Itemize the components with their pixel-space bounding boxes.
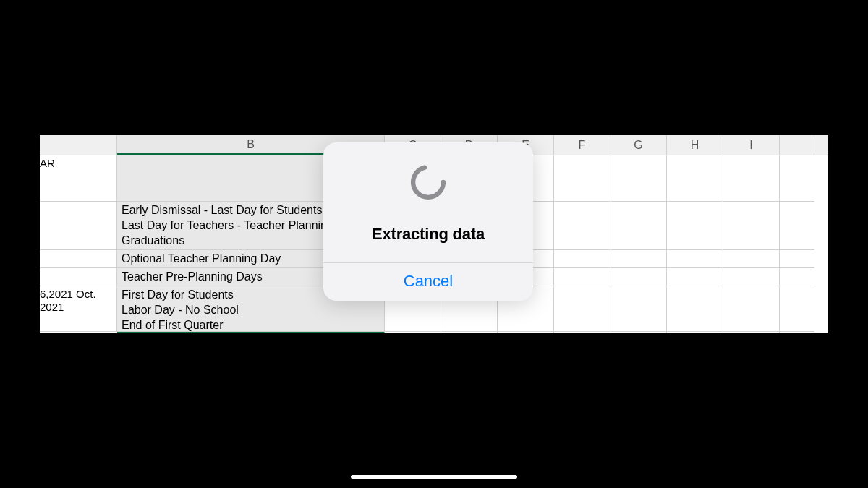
cell[interactable] <box>610 202 666 250</box>
col-header-F[interactable]: F <box>554 135 610 155</box>
cell[interactable] <box>610 250 666 268</box>
cell[interactable] <box>723 155 779 202</box>
cell[interactable] <box>554 202 610 250</box>
col-header-H[interactable]: H <box>667 135 723 155</box>
cell[interactable] <box>667 155 723 202</box>
cell[interactable] <box>554 250 610 268</box>
dialog-footer: Cancel <box>323 262 533 301</box>
col-F-cells <box>554 155 610 333</box>
row-header-cell[interactable] <box>40 268 117 286</box>
row-header-cell[interactable] <box>40 250 117 268</box>
cell[interactable] <box>780 268 814 286</box>
home-indicator[interactable] <box>351 475 517 479</box>
cell[interactable] <box>723 268 779 286</box>
cell-line: End of First Quarter <box>122 318 380 332</box>
cell[interactable] <box>554 268 610 286</box>
cell[interactable] <box>780 286 814 332</box>
col-header-I[interactable]: I <box>723 135 780 155</box>
col-G-cells <box>610 155 667 333</box>
cell[interactable] <box>723 250 779 268</box>
extracting-dialog: Extracting data Cancel <box>323 142 533 301</box>
dialog-title: Extracting data <box>372 225 485 244</box>
row-header-cell[interactable]: AR <box>40 155 117 202</box>
col-header-J[interactable] <box>780 135 814 155</box>
col-I-cells <box>723 155 780 333</box>
cell[interactable] <box>667 250 723 268</box>
col-J-cells <box>780 155 814 333</box>
cell[interactable] <box>780 250 814 268</box>
cell[interactable] <box>554 286 610 332</box>
cell[interactable] <box>667 286 723 332</box>
dialog-body: Extracting data <box>323 142 533 262</box>
row-header-cell[interactable]: 6,2021 Oct. 2021 <box>40 286 117 332</box>
cell[interactable] <box>610 268 666 286</box>
spinner-icon <box>407 161 449 203</box>
cell[interactable] <box>610 286 666 332</box>
cell[interactable] <box>780 202 814 250</box>
cell[interactable] <box>610 155 666 202</box>
svg-point-0 <box>413 167 443 197</box>
row-header-cell[interactable] <box>40 202 117 250</box>
cell[interactable] <box>723 286 779 332</box>
col-H-cells <box>667 155 723 333</box>
cell[interactable] <box>723 202 779 250</box>
cell[interactable] <box>667 202 723 250</box>
cell-line: Labor Day - No School <box>122 303 380 318</box>
col-header-G[interactable]: G <box>610 135 667 155</box>
cancel-button[interactable]: Cancel <box>323 272 533 291</box>
cell[interactable] <box>667 268 723 286</box>
cell[interactable] <box>554 155 610 202</box>
corner-cell <box>40 135 117 155</box>
row-headers: AR 6,2021 Oct. 2021 <box>40 155 117 333</box>
cell[interactable] <box>780 155 814 202</box>
